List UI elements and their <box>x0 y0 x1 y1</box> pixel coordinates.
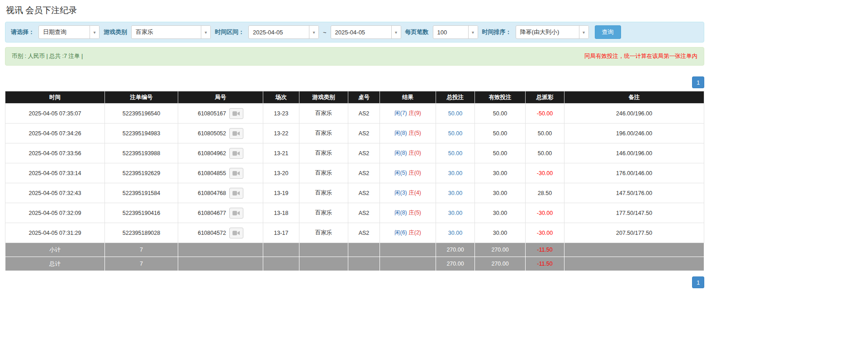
cell-bet-id: 522395192629 <box>105 163 178 183</box>
date-from-input[interactable]: 2025-04-05 ▾ <box>248 25 319 39</box>
cell-table-no: AS2 <box>348 203 380 223</box>
cell-bet-id: 522395189028 <box>105 223 178 243</box>
video-replay-button[interactable] <box>229 188 243 199</box>
game-type-select[interactable]: 百家乐 ▾ <box>131 25 211 39</box>
video-icon <box>232 171 240 176</box>
cell-time: 2025-04-05 07:34:26 <box>5 124 105 143</box>
subtotal-row-empty-game <box>299 243 348 257</box>
cell-remark: 176.00/146.00 <box>564 163 704 183</box>
cell-total-bet: 30.00 <box>436 223 475 243</box>
query-type-select[interactable]: 日期查询 ▾ <box>38 25 100 39</box>
cell-valid-bet: 50.00 <box>475 143 526 163</box>
total-row-empty-session <box>263 257 299 271</box>
total-bet-link[interactable]: 50.00 <box>448 130 462 137</box>
total-bet-link[interactable]: 50.00 <box>448 150 462 157</box>
cell-session: 13-23 <box>263 104 299 124</box>
cell-game-type: 百家乐 <box>299 104 348 124</box>
cell-round-id: 610804855 <box>178 163 263 183</box>
cell-result: 闲(5) 庄(0) <box>380 163 436 183</box>
round-id-text: 610804677 <box>198 210 226 216</box>
total-bet-link[interactable]: 30.00 <box>448 210 462 216</box>
summary-bar: 币别 : 人民币 | 总共 :7 注单 | 同局有效投注，统一计算在该局第一张注… <box>5 47 704 66</box>
result-player: 闲(6) <box>394 229 407 236</box>
video-replay-button[interactable] <box>229 128 243 139</box>
video-replay-button[interactable] <box>229 208 243 219</box>
subtotal-row: 小计7270.00270.00-11.50 <box>5 243 704 257</box>
total-bet-link[interactable]: 50.00 <box>448 110 462 117</box>
cell-round-id: 610804962 <box>178 143 263 163</box>
table-row: 2025-04-05 07:34:26522395194983610805052… <box>5 124 704 143</box>
page-size-select[interactable]: 100 ▾ <box>433 25 478 39</box>
subtotal-row-count: 7 <box>105 243 178 257</box>
chevron-down-icon: ▾ <box>90 26 99 38</box>
column-header-10: 备注 <box>564 91 704 104</box>
cell-result: 闲(8) 庄(5) <box>380 203 436 223</box>
cell-result: 闲(7) 庄(9) <box>380 104 436 124</box>
subtotal-row-remark <box>564 243 704 257</box>
cell-total-bet: 30.00 <box>436 203 475 223</box>
page-title: 视讯 会员下注纪录 <box>6 5 704 16</box>
cell-game-type: 百家乐 <box>299 223 348 243</box>
column-header-6: 结果 <box>380 91 436 104</box>
result-banker: 庄(0) <box>408 150 421 156</box>
result-banker: 庄(0) <box>408 170 421 176</box>
cell-game-type: 百家乐 <box>299 124 348 143</box>
pagination-bottom: 1 <box>5 276 704 288</box>
video-replay-button[interactable] <box>229 148 243 159</box>
chevron-down-icon: ▾ <box>468 26 478 38</box>
cell-payout: -50.00 <box>526 104 564 124</box>
subtotal-row-empty-round <box>178 243 263 257</box>
pagination-page-button[interactable]: 1 <box>692 76 704 88</box>
cell-game-type: 百家乐 <box>299 163 348 183</box>
total-bet-link[interactable]: 30.00 <box>448 190 462 196</box>
total-row-empty-table <box>348 257 380 271</box>
result-banker: 庄(2) <box>408 229 421 236</box>
video-replay-button[interactable] <box>229 168 243 179</box>
query-type-value: 日期查询 <box>39 26 90 38</box>
total-row: 总计7270.00270.00-11.50 <box>5 257 704 271</box>
total-row-payout: -11.50 <box>526 257 564 271</box>
cell-valid-bet: 50.00 <box>475 124 526 143</box>
cell-time: 2025-04-05 07:32:09 <box>5 203 105 223</box>
total-row-label: 总计 <box>5 257 105 271</box>
total-bet-link[interactable]: 30.00 <box>448 230 462 236</box>
video-replay-button[interactable] <box>229 108 243 119</box>
table-row: 2025-04-05 07:32:09522395190416610804677… <box>5 203 704 223</box>
search-button[interactable]: 查询 <box>595 25 621 39</box>
table-row: 2025-04-05 07:33:14522395192629610804855… <box>5 163 704 183</box>
pagination-top: 1 <box>5 76 704 88</box>
cell-payout: -30.00 <box>526 203 564 223</box>
subtotal-row-label: 小计 <box>5 243 105 257</box>
cell-remark: 177.50/147.50 <box>564 203 704 223</box>
cell-game-type: 百家乐 <box>299 183 348 203</box>
result-player: 闲(7) <box>394 110 407 116</box>
cell-time: 2025-04-05 07:31:29 <box>5 223 105 243</box>
cell-valid-bet: 30.00 <box>475 183 526 203</box>
cell-remark: 146.00/196.00 <box>564 143 704 163</box>
cell-valid-bet: 30.00 <box>475 203 526 223</box>
cell-session: 13-18 <box>263 203 299 223</box>
table-row: 2025-04-05 07:31:29522395189028610804572… <box>5 223 704 243</box>
column-header-0: 时间 <box>5 91 105 104</box>
cell-table-no: AS2 <box>348 163 380 183</box>
pagination-page-button[interactable]: 1 <box>692 276 704 288</box>
cell-bet-id: 522395193988 <box>105 143 178 163</box>
video-replay-button[interactable] <box>229 228 243 238</box>
cell-payout: 50.00 <box>526 143 564 163</box>
cell-remark: 207.50/177.50 <box>564 223 704 243</box>
column-header-7: 总投注 <box>436 91 475 104</box>
cell-session: 13-19 <box>263 183 299 203</box>
table-row: 2025-04-05 07:33:56522395193988610804962… <box>5 143 704 163</box>
cell-table-no: AS2 <box>348 223 380 243</box>
bet-records-table: 时间注单编号局号场次游戏类别桌号结果总投注有效投注总派彩备注 2025-04-0… <box>5 91 704 271</box>
sort-order-select[interactable]: 降幂(由大到小) ▾ <box>516 25 589 39</box>
cell-result: 闲(8) 庄(5) <box>380 124 436 143</box>
total-bet-link[interactable]: 30.00 <box>448 170 462 176</box>
result-banker: 庄(4) <box>408 190 421 196</box>
chevron-down-icon: ▾ <box>201 26 210 38</box>
date-to-input[interactable]: 2025-04-05 ▾ <box>331 25 401 39</box>
total-row-remark <box>564 257 704 271</box>
subtotal-row-total-bet: 270.00 <box>436 243 475 257</box>
cell-result: 闲(6) 庄(2) <box>380 223 436 243</box>
column-header-1: 注单编号 <box>105 91 178 104</box>
